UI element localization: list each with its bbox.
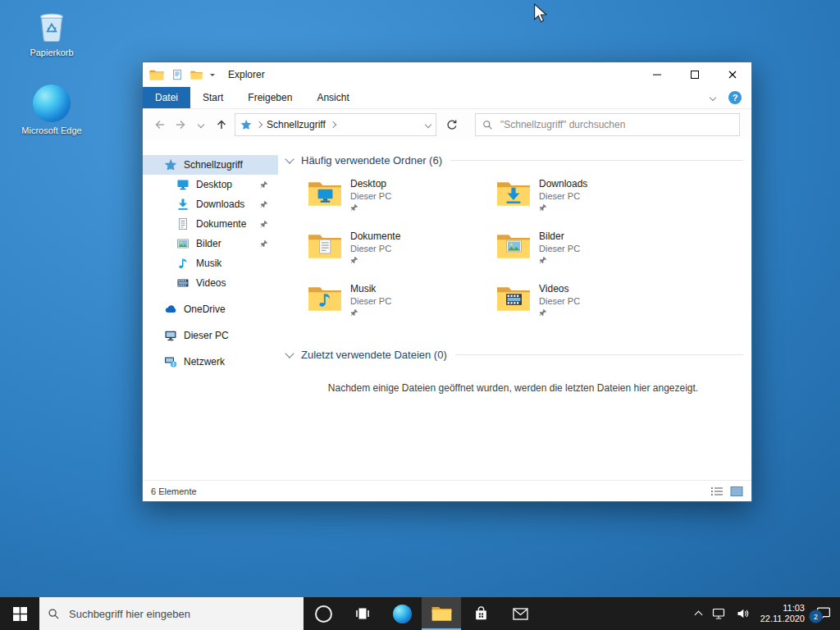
volume-icon[interactable] [737, 607, 750, 620]
up-button[interactable] [211, 114, 231, 135]
refresh-button[interactable] [441, 114, 462, 135]
sidebar-item-downloads[interactable]: Downloads [143, 194, 278, 214]
status-bar: 6 Elemente [143, 480, 751, 501]
file-explorer-taskbar-button[interactable] [422, 597, 461, 630]
start-button[interactable] [0, 597, 39, 630]
customize-toolbar-chevron-icon[interactable] [210, 74, 215, 79]
folder-tile-dokumente[interactable]: Dokumente Dieser PC [308, 231, 496, 276]
edge-taskbar-button[interactable] [382, 597, 422, 630]
explorer-search-box[interactable] [475, 113, 740, 136]
task-view-icon [355, 606, 370, 621]
folder-tile-desktop[interactable]: Desktop Dieser PC [308, 178, 496, 223]
quick-access-toolbar [149, 69, 215, 81]
mail-icon [513, 608, 528, 620]
desktop-icon-recycle-bin[interactable]: Papierkorb [14, 7, 89, 57]
recycle-bin-icon [14, 7, 89, 44]
clock[interactable]: 11:03 22.11.2020 [760, 603, 805, 624]
mail-taskbar-button[interactable] [500, 597, 540, 630]
videos-icon [176, 276, 189, 290]
system-tray: 11:03 22.11.2020 2 [696, 597, 840, 630]
folder-tile-downloads[interactable]: Downloads Dieser PC [496, 178, 685, 223]
sidebar-item-musik[interactable]: Musik [143, 253, 278, 273]
tray-overflow-chevron-icon[interactable] [694, 611, 702, 619]
breadcrumb-chevron-icon[interactable] [330, 121, 336, 128]
pin-icon [350, 203, 358, 212]
large-icons-view-button[interactable] [730, 486, 743, 497]
pin-icon [260, 220, 268, 228]
navigation-pane: Schnellzugriff Desktop Downloads [143, 140, 278, 480]
maximize-icon [688, 68, 701, 81]
taskbar: 11:03 22.11.2020 2 [0, 597, 840, 630]
sidebar-item-dieser-pc[interactable]: Dieser PC [143, 326, 278, 345]
breadcrumb-chevron-icon[interactable] [256, 121, 262, 128]
onedrive-cloud-icon [164, 303, 177, 316]
computer-icon [164, 329, 177, 342]
store-taskbar-button[interactable] [461, 597, 500, 630]
collapse-chevron-icon[interactable] [285, 349, 294, 358]
sidebar-item-bilder[interactable]: Bilder [143, 234, 278, 253]
ribbon-expand-chevron-icon[interactable] [710, 94, 716, 101]
pin-icon [260, 180, 268, 189]
forward-button[interactable] [170, 114, 190, 135]
section-header-frequent-folders: Häufig verwendete Ordner (6) [285, 152, 743, 168]
sidebar-item-onedrive[interactable]: OneDrive [143, 299, 278, 319]
ribbon-tabs: Datei Start Freigeben Ansicht ? [143, 87, 751, 109]
folder-tile-musik[interactable]: Musik Dieser PC [308, 283, 496, 328]
sidebar-item-netzwerk[interactable]: Netzwerk [143, 352, 278, 372]
cortana-icon [315, 605, 332, 623]
store-icon [473, 606, 489, 622]
close-button[interactable] [714, 62, 751, 87]
sidebar-item-desktop[interactable]: Desktop [143, 175, 278, 194]
taskbar-search-box[interactable] [39, 597, 304, 630]
explorer-search-input[interactable] [499, 118, 733, 131]
task-view-button[interactable] [343, 597, 382, 630]
sidebar-item-videos[interactable]: Videos [143, 273, 278, 293]
star-icon [164, 158, 177, 171]
edge-icon [393, 605, 412, 623]
action-center-button[interactable]: 2 [815, 606, 833, 621]
documents-folder-icon [308, 232, 342, 260]
sidebar-item-schnellzugriff[interactable]: Schnellzugriff [143, 155, 278, 175]
videos-folder-icon [496, 285, 531, 313]
recent-locations-button[interactable] [190, 114, 211, 135]
search-icon [482, 120, 493, 130]
chevron-down-icon [197, 121, 203, 128]
file-explorer-icon [431, 605, 452, 622]
breadcrumb-location[interactable]: Schnellzugriff [267, 119, 326, 130]
tab-datei[interactable]: Datei [143, 87, 190, 108]
desktop-icon-label: Papierkorb [30, 48, 73, 57]
titlebar[interactable]: Explorer [143, 62, 751, 87]
folder-tile-videos[interactable]: Videos Dieser PC [496, 283, 685, 328]
address-box[interactable]: Schnellzugriff [235, 113, 436, 136]
back-arrow-icon [153, 118, 167, 131]
cortana-button[interactable] [304, 597, 343, 630]
new-folder-icon[interactable] [190, 70, 203, 80]
close-icon [726, 68, 739, 81]
notification-badge: 2 [809, 609, 823, 623]
section-header-recent-files: Zuletzt verwendete Dateien (0) [285, 346, 743, 363]
folder-tile-bilder[interactable]: Bilder Dieser PC [496, 231, 685, 276]
collapse-chevron-icon[interactable] [285, 154, 294, 163]
edge-icon [14, 84, 89, 122]
clock-date: 22.11.2020 [760, 614, 805, 624]
properties-icon[interactable] [171, 69, 183, 80]
maximize-button[interactable] [676, 62, 714, 87]
help-button[interactable]: ? [728, 91, 742, 104]
tab-ansicht[interactable]: Ansicht [304, 87, 361, 108]
network-status-icon[interactable] [712, 607, 726, 620]
pin-icon [260, 200, 268, 208]
refresh-icon [445, 119, 458, 131]
minimize-button[interactable] [638, 62, 676, 87]
document-icon [176, 217, 189, 231]
sidebar-item-dokumente[interactable]: Dokumente [143, 214, 278, 234]
desktop-icon-edge[interactable]: Microsoft Edge [14, 84, 89, 135]
recent-files-empty-message: Nachdem einige Dateien geöffnet wurden, … [283, 382, 743, 394]
explorer-window: Explorer Datei Start Freigeben Ansicht [142, 62, 752, 502]
tab-freigeben[interactable]: Freigeben [235, 87, 304, 108]
details-view-button[interactable] [710, 486, 724, 497]
address-dropdown-chevron-icon[interactable] [425, 121, 431, 128]
back-button[interactable] [149, 114, 170, 135]
tab-start[interactable]: Start [190, 87, 235, 108]
taskbar-search-input[interactable] [67, 607, 295, 621]
desktop-folder-icon [308, 180, 342, 208]
